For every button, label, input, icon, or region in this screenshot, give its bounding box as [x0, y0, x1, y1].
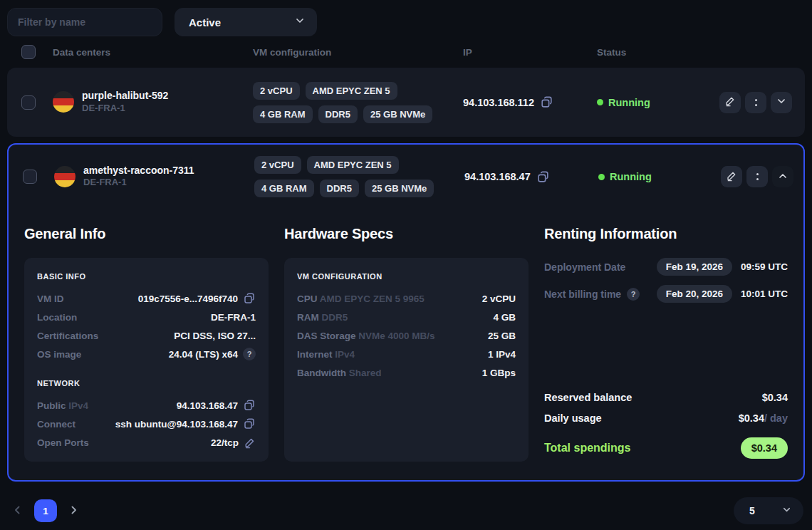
server-name: amethyst-raccoon-7311 [83, 165, 194, 177]
internet-label: Internet [297, 349, 333, 360]
cpu-value: 2 vCPU [482, 293, 516, 304]
table-header: Data centers VM configuration IP Status [7, 36, 805, 68]
status-badge: Running [610, 171, 652, 182]
certifications-value: PCI DSS, ISO 27... [174, 331, 256, 341]
more-options-button[interactable] [746, 166, 768, 187]
renting-info-section: Renting Information Deployment Date Feb … [544, 209, 788, 462]
chip-ram-type: DDR5 [318, 105, 358, 123]
chip-vcpu: 2 vCPU [253, 82, 300, 100]
bandwidth-label: Bandwidth [297, 368, 346, 378]
edit-ports-icon[interactable] [244, 437, 256, 449]
more-options-button[interactable] [745, 92, 766, 113]
next-page-button[interactable] [66, 502, 81, 520]
chip-ram-type: DDR5 [320, 180, 359, 197]
copy-ip-icon[interactable] [536, 170, 550, 184]
edit-button[interactable] [719, 92, 741, 113]
reserved-balance-label: Reserved balance [544, 392, 632, 403]
copy-vm-id-icon[interactable] [243, 292, 256, 305]
network-label: NETWORK [37, 379, 256, 388]
open-ports-value: 22/tcp [211, 437, 239, 448]
chip-cpu-model: AMD EPYC ZEN 5 [307, 156, 399, 174]
chevron-down-icon [781, 504, 792, 518]
status-filter-select[interactable]: Active [175, 8, 317, 36]
footer: 1 5 [10, 497, 803, 524]
chevron-down-icon [776, 95, 787, 109]
chip-ram: 4 GB RAM [254, 180, 314, 197]
storage-sublabel: NVMe 4000 MB/s [358, 331, 434, 341]
copy-ip-icon[interactable] [540, 95, 553, 109]
chevron-up-icon [777, 170, 788, 184]
status-badge: Running [608, 97, 650, 108]
os-image-label: OS image [37, 349, 81, 360]
hardware-specs-section: Hardware Specs VM CONFIGURATION CPU AMD … [284, 209, 529, 462]
renting-info-title: Renting Information [544, 226, 788, 242]
ip-address: 94.103.168.47 [464, 171, 531, 182]
row-checkbox[interactable] [21, 95, 36, 110]
kebab-menu-icon [756, 173, 759, 180]
status-filter-value: Active [189, 16, 221, 28]
public-ip-value: 94.103.168.47 [177, 400, 238, 411]
next-billing-label: Next billing time [544, 289, 621, 300]
expanded-details: General Info BASIC INFO VM ID 019c7556-e… [9, 209, 803, 480]
billing-time: 10:01 UTC [741, 289, 788, 299]
chevron-down-icon [294, 15, 306, 29]
status-dot-icon [597, 99, 603, 105]
daily-usage-label: Daily usage [544, 412, 602, 424]
kebab-menu-icon [755, 99, 757, 106]
chip-ram: 4 GB RAM [253, 105, 313, 123]
hardware-specs-card: VM CONFIGURATION CPU AMD EPYC ZEN 5 9965… [284, 258, 529, 462]
os-image-help-icon[interactable]: ? [243, 348, 256, 360]
bandwidth-sublabel: Shared [349, 368, 382, 378]
pencil-icon [724, 95, 736, 109]
server-location: DE-FRA-1 [82, 103, 168, 115]
page-size-value: 5 [749, 505, 755, 516]
status-dot-icon [598, 174, 605, 180]
reserved-balance-value: $0.34 [762, 392, 788, 403]
chip-cpu-model: AMD EPYC ZEN 5 [306, 82, 397, 100]
collapse-row-button[interactable] [772, 166, 793, 187]
ip-address: 94.103.168.112 [463, 97, 534, 108]
copy-public-ip-icon[interactable] [243, 399, 256, 412]
general-info-title: General Info [24, 226, 269, 242]
server-name: purple-halibut-592 [82, 90, 168, 103]
server-location: DE-FRA-1 [83, 177, 194, 189]
internet-value: 1 IPv4 [488, 349, 516, 360]
billing-date-pill: Feb 20, 2026 [657, 285, 732, 303]
server-row-purple-halibut[interactable]: purple-halibut-592 DE-FRA-1 2 vCPU AMD E… [7, 68, 805, 137]
total-spendings-label: Total spendings [544, 442, 630, 454]
server-row-amethyst-raccoon-expanded[interactable]: amethyst-raccoon-7311 DE-FRA-1 2 vCPU AM… [7, 143, 805, 482]
daily-usage-suffix: / day [764, 412, 788, 424]
storage-value: 25 GB [488, 331, 516, 341]
row-checkbox[interactable] [23, 170, 37, 184]
general-info-section: General Info BASIC INFO VM ID 019c7556-e… [24, 209, 269, 462]
bandwidth-value: 1 GBps [482, 368, 516, 378]
open-ports-label: Open Ports [37, 437, 89, 448]
select-all-checkbox[interactable] [21, 45, 36, 59]
cpu-label: CPU [297, 293, 318, 304]
previous-page-button[interactable] [10, 502, 26, 520]
total-spendings-badge: $0.34 [741, 437, 788, 459]
ram-label: RAM [297, 312, 319, 323]
deployment-time: 09:59 UTC [741, 261, 788, 272]
edit-button[interactable] [721, 166, 742, 187]
page-1-button[interactable]: 1 [34, 499, 57, 522]
os-image-value: 24.04 (LTS) x64 [169, 349, 238, 360]
chip-storage: 25 GB NVMe [365, 180, 434, 197]
pagination: 1 [10, 499, 81, 522]
vm-config-chips: 2 vCPU AMD EPYC ZEN 5 4 GB RAM DDR5 25 G… [254, 156, 462, 197]
page-size-select[interactable]: 5 [734, 497, 803, 524]
filter-by-name-input[interactable] [7, 8, 162, 36]
certifications-label: Certifications [37, 331, 98, 341]
chip-storage: 25 GB NVMe [363, 105, 432, 123]
vm-id-label: VM ID [37, 293, 64, 304]
header-ip: IP [463, 47, 597, 58]
internet-sublabel: IPv4 [335, 349, 355, 360]
germany-flag-icon [54, 166, 76, 187]
ram-sublabel: DDR5 [322, 312, 348, 323]
copy-ssh-icon[interactable] [243, 417, 256, 430]
next-billing-help-icon[interactable]: ? [627, 288, 640, 301]
vm-configuration-label: VM CONFIGURATION [297, 272, 516, 281]
daily-usage-value: $0.34 [739, 412, 764, 424]
public-ip-label: Public [37, 400, 66, 411]
expand-row-button[interactable] [771, 92, 792, 113]
